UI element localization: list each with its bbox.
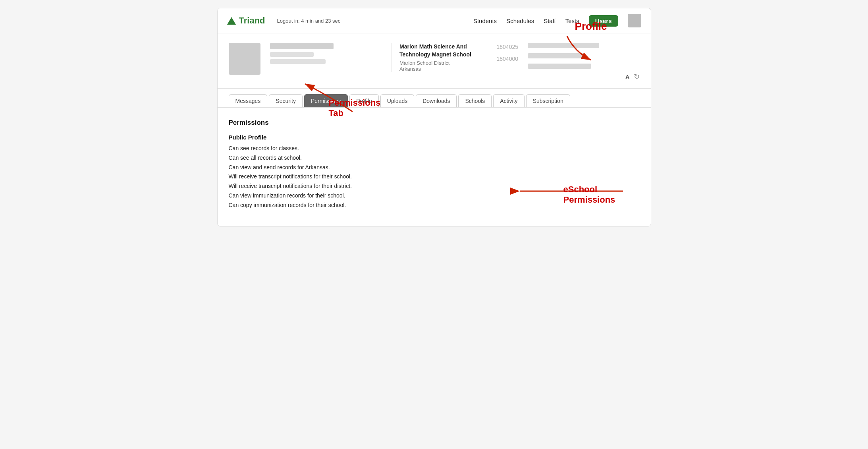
school-name: Marion Math Science And Technology Magne…	[399, 43, 484, 58]
permission-item-1: Can see all records at school.	[229, 153, 640, 163]
permission-item-5: Can view immunization records for their …	[229, 191, 640, 201]
school-row: Marion Math Science And Technology Magne…	[399, 43, 518, 72]
tab-uploads[interactable]: Uploads	[380, 94, 414, 107]
school-ids-col: 1804025 1804000	[496, 44, 518, 72]
permissions-list: Can see records for classes. Can see all…	[229, 144, 640, 210]
content-area: Permissions Public Profile Can see recor…	[218, 108, 651, 226]
header-nav: Students Schedules Staff Tests Users	[473, 14, 641, 27]
permissions-section-title: Permissions	[229, 119, 640, 127]
permission-item-6: Can copy immunization records for their …	[229, 201, 640, 210]
permission-item-0: Can see records for classes.	[229, 144, 640, 153]
school-id-2: 1804000	[496, 56, 518, 62]
tab-schools[interactable]: Schools	[458, 94, 492, 107]
header: Triand Logout in: 4 min and 23 sec Stude…	[218, 8, 651, 33]
permission-item-4: Will receive transcript notifications fo…	[229, 182, 640, 191]
tab-activity[interactable]: Activity	[493, 94, 524, 107]
school-id-1: 1804025	[496, 44, 518, 50]
right-blur-1	[528, 43, 599, 48]
nav-staff[interactable]: Staff	[544, 17, 556, 24]
nav-tests[interactable]: Tests	[565, 17, 579, 24]
school-info: Marion Math Science And Technology Magne…	[391, 43, 518, 72]
tab-profile[interactable]: Profile	[349, 94, 379, 107]
nav-users-button[interactable]: Users	[589, 15, 618, 27]
profile-info	[270, 43, 382, 64]
profile-card: Marion Math Science And Technology Magne…	[218, 33, 651, 89]
profile-name-blur	[270, 43, 334, 49]
main-container: Triand Logout in: 4 min and 23 sec Stude…	[217, 8, 651, 226]
profile-sub-blur-1	[270, 52, 314, 57]
tabs-bar: Messages Security Permissions Profile Up…	[218, 89, 651, 108]
nav-schedules[interactable]: Schedules	[506, 17, 534, 24]
permission-item-3: Will receive transcript notifications fo…	[229, 172, 640, 182]
tab-permissions[interactable]: Permissions	[304, 94, 348, 107]
right-actions-row: A ↻	[528, 72, 640, 81]
tab-downloads[interactable]: Downloads	[416, 94, 457, 107]
logo-area: Triand	[227, 15, 265, 26]
tab-messages[interactable]: Messages	[229, 94, 268, 107]
school-text-col: Marion Math Science And Technology Magne…	[399, 43, 484, 72]
school-district: Marion School District	[399, 60, 484, 66]
right-col: A ↻	[528, 43, 640, 81]
refresh-icon[interactable]: ↻	[634, 72, 640, 81]
avatar	[229, 43, 260, 75]
right-col-inner	[528, 43, 640, 71]
logout-timer: Logout in: 4 min and 23 sec	[277, 18, 341, 24]
tab-subscription[interactable]: Subscription	[526, 94, 570, 107]
nav-students[interactable]: Students	[473, 17, 497, 24]
permission-item-2: Can view and send records for Arkansas.	[229, 163, 640, 172]
right-blur-2	[528, 53, 583, 58]
right-blur-3	[528, 64, 591, 69]
public-profile-label: Public Profile	[229, 134, 640, 141]
tab-security[interactable]: Security	[269, 94, 303, 107]
school-state: Arkansas	[399, 66, 484, 72]
letter-badge: A	[625, 74, 630, 80]
profile-sub-blur-2	[270, 59, 326, 64]
user-avatar	[628, 14, 641, 27]
logo-triangle-icon	[227, 17, 236, 25]
logo-text: Triand	[239, 15, 265, 26]
